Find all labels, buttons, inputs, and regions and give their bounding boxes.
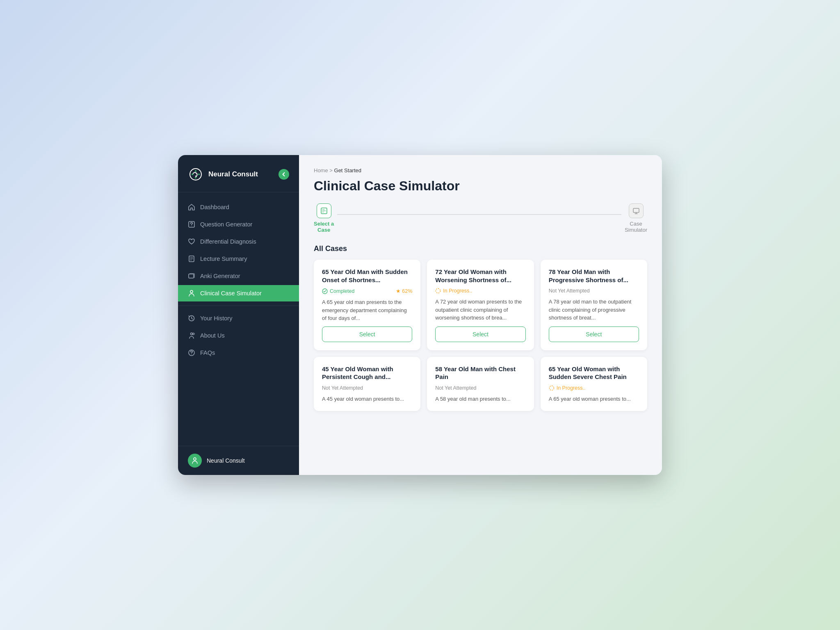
history-icon: [188, 315, 195, 322]
case-1-description: A 65 year old man presents to the emerge…: [322, 298, 412, 322]
case-6-description: A 65 year old woman presents to...: [549, 395, 639, 403]
sidebar-item-differential-diagnosis-label: Differential Diagnosis: [200, 238, 256, 245]
svg-point-3: [195, 177, 196, 178]
sidebar-footer-user-name: Neural Consult: [207, 457, 245, 464]
svg-point-1: [195, 170, 196, 172]
person-icon: [188, 290, 195, 297]
sidebar-item-faqs[interactable]: FAQs: [178, 345, 299, 361]
sidebar-item-differential-diagnosis[interactable]: Differential Diagnosis: [178, 233, 299, 250]
page-title: Clinical Case Simulator: [314, 178, 647, 194]
case-3-description: A 78 year old man to the outpatient clin…: [549, 298, 639, 322]
case-1-status-row: Completed ★ 62%: [322, 288, 412, 294]
document-icon: [188, 255, 195, 262]
case-5-status-badge: Not Yet Attempted: [435, 385, 476, 391]
breadcrumb-current: Get Started: [334, 167, 361, 173]
step-case-simulator-label: CaseSimulator: [625, 221, 647, 233]
all-cases-section-title: All Cases: [314, 244, 647, 253]
case-6-status-label: In Progress..: [557, 385, 586, 391]
case-3-status-badge: Not Yet Attempted: [549, 288, 590, 294]
completed-icon: [322, 288, 328, 294]
case-card-5: 58 Year Old Man with Chest Pain Not Yet …: [427, 357, 534, 411]
sidebar-item-your-history-label: Your History: [200, 315, 232, 322]
case-1-score: ★ 62%: [396, 288, 413, 294]
step-select-case-label: Select aCase: [314, 221, 334, 233]
case-3-select-button[interactable]: Select: [549, 326, 639, 342]
sidebar-divider: [178, 306, 299, 306]
svg-point-9: [190, 290, 193, 293]
heart-icon: [188, 238, 195, 245]
case-2-title: 72 Year Old Woman with Worsening Shortne…: [435, 268, 525, 284]
case-4-description: A 45 year old woman presents to...: [322, 395, 412, 403]
step-select-case: Select aCase: [314, 203, 334, 233]
sidebar-item-clinical-case-simulator-label: Clinical Case Simulator: [200, 290, 262, 297]
sidebar-item-question-generator-label: Question Generator: [200, 221, 252, 228]
sidebar-item-your-history[interactable]: Your History: [178, 310, 299, 326]
case-1-status-badge: Completed: [322, 288, 354, 294]
case-5-description: A 58 year old man presents to...: [435, 395, 525, 403]
avatar-icon: [191, 457, 199, 464]
sidebar-footer: Neural Consult: [178, 446, 299, 475]
case-card-1: 65 Year Old Man with Sudden Onset of Sho…: [314, 260, 420, 350]
case-3-status-label: Not Yet Attempted: [549, 288, 590, 294]
case-2-status-label: In Progress..: [443, 288, 472, 294]
select-case-step-icon: [320, 207, 328, 215]
case-4-title: 45 Year Old Woman with Persistent Cough …: [322, 365, 412, 381]
case-6-title: 65 Year Old Woman with Sudden Severe Che…: [549, 365, 639, 381]
steps-bar: Select aCase CaseSimulator: [314, 203, 647, 233]
svg-point-4: [192, 173, 193, 175]
cards-icon: [188, 272, 195, 280]
sidebar-item-anki-generator[interactable]: Anki Generator: [178, 268, 299, 284]
svg-point-18: [322, 289, 327, 294]
sidebar-item-dashboard[interactable]: Dashboard: [178, 199, 299, 215]
case-simulator-step-icon: [632, 207, 640, 215]
case-2-description: A 72 year old woman presents to the outp…: [435, 298, 525, 322]
sidebar-item-lecture-summary-label: Lecture Summary: [200, 256, 247, 262]
user-avatar: [188, 454, 202, 468]
svg-point-2: [198, 173, 200, 175]
case-1-title: 65 Year Old Man with Sudden Onset of Sho…: [322, 268, 412, 284]
sidebar-item-about-us[interactable]: About Us: [178, 327, 299, 344]
step-case-simulator: CaseSimulator: [625, 203, 647, 233]
case-2-status-row: In Progress..: [435, 288, 525, 294]
case-4-status-row: Not Yet Attempted: [322, 385, 412, 391]
case-card-3: 78 Year Old Man with Progressive Shortne…: [541, 260, 647, 350]
case-2-select-button[interactable]: Select: [435, 326, 525, 342]
case-6-status-row: In Progress..: [549, 385, 639, 391]
sidebar-collapse-button[interactable]: [278, 169, 289, 180]
svg-rect-8: [189, 274, 194, 278]
step-case-simulator-icon: [629, 203, 644, 218]
svg-point-6: [191, 226, 192, 226]
case-5-title: 58 Year Old Man with Chest Pain: [435, 365, 525, 381]
neural-consult-logo-icon: [188, 167, 203, 182]
case-card-6: 65 Year Old Woman with Sudden Severe Che…: [541, 357, 647, 411]
sidebar-item-anki-generator-label: Anki Generator: [200, 273, 240, 279]
case-5-status-label: Not Yet Attempted: [435, 385, 476, 391]
sidebar: Neural Consult Dashboard: [178, 155, 299, 475]
faq-icon: [188, 349, 195, 356]
case-4-status-label: Not Yet Attempted: [322, 385, 363, 391]
sidebar-app-name: Neural Consult: [208, 170, 258, 178]
case-6-status-badge: In Progress..: [549, 385, 586, 391]
about-icon: [188, 332, 195, 339]
step-select-case-icon: [317, 203, 331, 218]
sidebar-item-about-us-label: About Us: [200, 332, 225, 339]
case-1-select-button[interactable]: Select: [322, 326, 412, 342]
home-icon: [188, 203, 195, 211]
main-content: Home > Get Started Clinical Case Simulat…: [299, 155, 662, 475]
case-2-status-badge: In Progress..: [435, 288, 472, 294]
sidebar-item-clinical-case-simulator[interactable]: Clinical Case Simulator: [178, 285, 299, 301]
svg-point-19: [436, 289, 441, 293]
cases-grid: 65 Year Old Man with Sudden Onset of Sho…: [314, 260, 647, 411]
sidebar-header: Neural Consult: [178, 155, 299, 192]
case-5-status-row: Not Yet Attempted: [435, 385, 525, 391]
svg-rect-17: [633, 208, 639, 212]
in-progress-icon: [435, 288, 441, 294]
breadcrumb: Home > Get Started: [314, 167, 647, 173]
svg-point-11: [191, 333, 193, 335]
sidebar-item-lecture-summary[interactable]: Lecture Summary: [178, 251, 299, 267]
sidebar-item-question-generator[interactable]: Question Generator: [178, 216, 299, 233]
case-3-title: 78 Year Old Man with Progressive Shortne…: [549, 268, 639, 284]
step-line: [337, 214, 621, 215]
case-3-status-row: Not Yet Attempted: [549, 288, 639, 294]
breadcrumb-separator: >: [329, 167, 333, 173]
